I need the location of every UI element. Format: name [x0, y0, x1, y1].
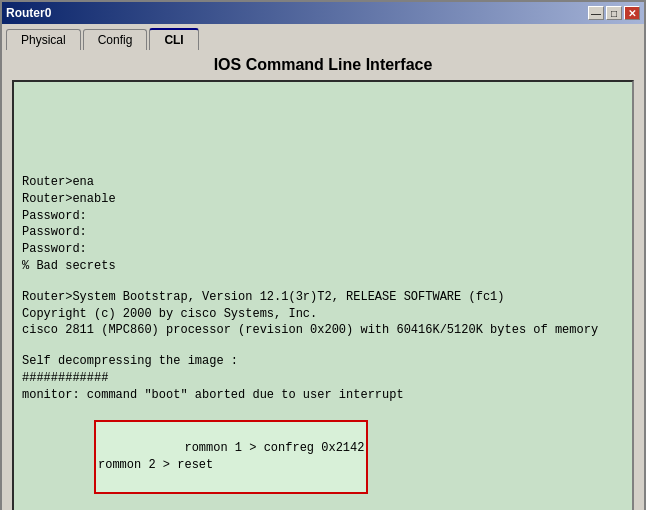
- section-title: IOS Command Line Interface: [12, 56, 634, 74]
- window-controls: — □ ✕: [588, 6, 640, 20]
- terminal-wrapper: Router>ena Router>enable Password: Passw…: [12, 80, 634, 510]
- rommon-commands: rommon 1 > confreg 0x2142 rommon 2 > res…: [22, 404, 624, 510]
- blank-line: [22, 104, 624, 118]
- term-line: Password:: [22, 208, 624, 225]
- tab-bar: Physical Config CLI: [2, 24, 644, 50]
- tab-physical[interactable]: Physical: [6, 29, 81, 50]
- blank-line: [22, 160, 624, 174]
- maximize-button[interactable]: □: [606, 6, 622, 20]
- term-line: cisco 2811 (MPC860) processor (revision …: [22, 322, 624, 339]
- content-area: IOS Command Line Interface Router>ena Ro…: [2, 50, 644, 510]
- tab-config[interactable]: Config: [83, 29, 148, 50]
- rommon-line-1: rommon 1 > confreg 0x2142 rommon 2 > res…: [98, 441, 364, 472]
- blank-line: [22, 132, 624, 146]
- term-line: Router>enable: [22, 191, 624, 208]
- highlight-box: rommon 1 > confreg 0x2142 rommon 2 > res…: [94, 420, 368, 493]
- window-title: Router0: [6, 6, 51, 20]
- term-line: monitor: command "boot" aborted due to u…: [22, 387, 624, 404]
- term-line: Password:: [22, 224, 624, 241]
- term-line: Router>System Bootstrap, Version 12.1(3r…: [22, 289, 624, 306]
- terminal-output[interactable]: Router>ena Router>enable Password: Passw…: [14, 82, 632, 510]
- tab-cli[interactable]: CLI: [149, 28, 198, 50]
- minimize-button[interactable]: —: [588, 6, 604, 20]
- main-window: Router0 — □ ✕ Physical Config CLI IOS Co…: [0, 0, 646, 510]
- blank-line: [22, 118, 624, 132]
- blank-line: [22, 146, 624, 160]
- blank-line: [22, 90, 624, 104]
- term-line: % Bad secrets: [22, 258, 624, 275]
- term-line: Password:: [22, 241, 624, 258]
- blank-line: [22, 339, 624, 353]
- term-line: Copyright (c) 2000 by cisco Systems, Inc…: [22, 306, 624, 323]
- term-line: Router>ena: [22, 174, 624, 191]
- title-bar: Router0 — □ ✕: [2, 2, 644, 24]
- term-line: Self decompressing the image :: [22, 353, 624, 370]
- term-line: ############: [22, 370, 624, 387]
- close-button[interactable]: ✕: [624, 6, 640, 20]
- blank-line: [22, 275, 624, 289]
